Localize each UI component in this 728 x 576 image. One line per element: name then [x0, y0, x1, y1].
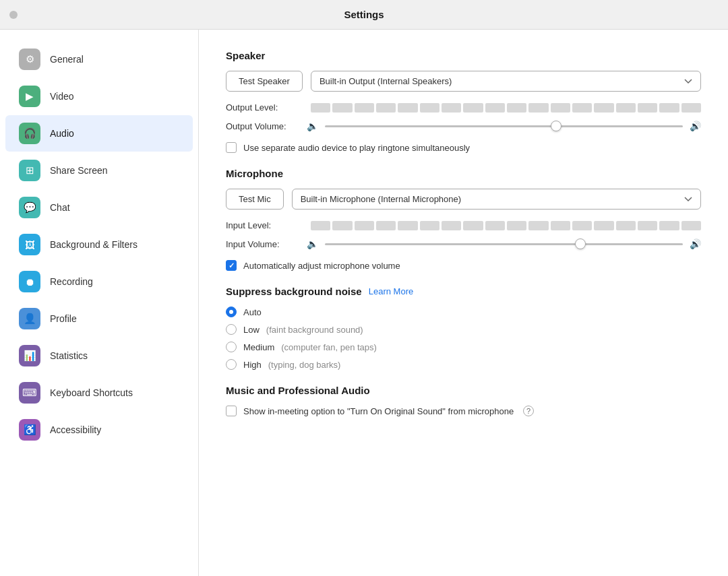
level-bar-3 — [376, 103, 396, 113]
input-volume-row: Input Volume: 🔈 🔊 — [226, 238, 701, 249]
input-level-row: Input Level: — [226, 220, 701, 230]
radio-high[interactable]: High (typing, dog barks) — [226, 359, 701, 370]
sidebar-label-chat: Chat — [50, 202, 70, 213]
sidebar-item-video[interactable]: ▶ Video — [5, 78, 193, 115]
test-mic-button[interactable]: Test Mic — [226, 189, 284, 210]
mic-device-row: Test Mic Built-in Microphone (Internal M… — [226, 189, 701, 210]
sidebar-item-keyboard[interactable]: ⌨ Keyboard Shortcuts — [5, 375, 193, 411]
radio-desc-medium: (computer fan, pen taps) — [281, 342, 377, 352]
keyboard-icon: ⌨ — [19, 382, 40, 404]
level-bar-0 — [311, 221, 330, 230]
level-bar-9 — [507, 221, 526, 230]
radio-circle-low — [226, 324, 237, 335]
radio-label-high: High — [243, 360, 262, 370]
output-level-label: Output Level: — [226, 102, 300, 113]
separate-audio-row: Use separate audio device to play ringto… — [226, 142, 701, 153]
sidebar-label-video: Video — [50, 91, 74, 102]
video-icon: ▶ — [19, 86, 40, 107]
sidebar-label-background: Background & Filters — [50, 239, 138, 250]
sidebar-item-statistics[interactable]: 📊 Statistics — [5, 338, 193, 374]
auto-adjust-checkbox[interactable] — [226, 260, 237, 271]
radio-circle-high — [226, 359, 237, 370]
input-volume-slider-container — [325, 243, 683, 245]
sidebar-item-share-screen[interactable]: ⊞ Share Screen — [5, 152, 193, 189]
sidebar-label-accessibility: Accessibility — [50, 424, 101, 435]
sidebar-label-recording: Recording — [50, 276, 93, 287]
traffic-light-close[interactable] — [9, 11, 18, 19]
level-bar-10 — [528, 221, 548, 230]
level-bar-12 — [572, 221, 592, 230]
original-sound-checkbox[interactable] — [226, 406, 237, 416]
sidebar-label-general: General — [50, 54, 84, 65]
level-bar-5 — [420, 221, 439, 230]
sidebar-label-profile: Profile — [50, 313, 77, 324]
speaker-device-select[interactable]: Built-in Output (Internal Speakers) — [311, 71, 701, 92]
music-title: Music and Professional Audio — [226, 385, 701, 396]
level-bar-9 — [507, 103, 526, 113]
sidebar-label-share-screen: Share Screen — [50, 165, 108, 176]
level-bar-8 — [485, 221, 505, 230]
sidebar-item-chat[interactable]: 💬 Chat — [5, 189, 193, 226]
suppress-title: Suppress background noise — [226, 286, 362, 297]
level-bar-15 — [638, 221, 657, 230]
profile-icon: 👤 — [19, 308, 40, 329]
level-bar-16 — [659, 103, 679, 113]
suppress-header: Suppress background noise Learn More — [226, 286, 701, 297]
level-bar-17 — [681, 103, 701, 113]
level-bar-15 — [638, 103, 657, 113]
radio-desc-low: (faint background sound) — [266, 325, 363, 335]
learn-more-link[interactable]: Learn More — [369, 286, 413, 296]
output-level-bars — [311, 103, 701, 113]
input-level-label: Input Level: — [226, 220, 300, 230]
radio-auto[interactable]: Auto — [226, 307, 701, 317]
auto-adjust-label: Automatically adjust microphone volume — [243, 261, 400, 271]
speaker-title: Speaker — [226, 50, 701, 61]
statistics-icon: 📊 — [19, 345, 40, 366]
volume-min-icon: 🔈 — [307, 121, 318, 131]
radio-label-medium: Medium — [243, 342, 274, 352]
level-bar-5 — [420, 103, 439, 113]
level-bar-11 — [551, 103, 570, 113]
output-volume-slider[interactable] — [325, 125, 683, 127]
microphone-title: Microphone — [226, 168, 701, 179]
sidebar-item-recording[interactable]: ⏺ Recording — [5, 263, 193, 300]
accessibility-icon: ♿ — [19, 419, 40, 441]
level-bar-13 — [594, 221, 613, 230]
sidebar-item-audio[interactable]: 🎧 Audio — [5, 115, 193, 152]
radio-label-auto: Auto — [243, 307, 262, 317]
sidebar-item-general[interactable]: ⚙ General — [5, 41, 193, 77]
sidebar-label-statistics: Statistics — [50, 350, 88, 361]
chat-icon: 💬 — [19, 197, 40, 218]
radio-circle-medium — [226, 342, 237, 352]
input-volume-slider[interactable] — [325, 243, 683, 245]
level-bar-4 — [398, 221, 417, 230]
mic-device-select[interactable]: Built-in Microphone (Internal Microphone… — [292, 189, 701, 210]
sidebar-item-background[interactable]: 🖼 Background & Filters — [5, 226, 193, 263]
original-sound-label: Show in-meeting option to "Turn On Origi… — [243, 406, 514, 416]
background-icon: 🖼 — [19, 234, 40, 255]
level-bar-10 — [528, 103, 548, 113]
radio-circle-auto — [226, 307, 237, 317]
radio-low[interactable]: Low (faint background sound) — [226, 324, 701, 335]
speaker-device-row: Test Speaker Built-in Output (Internal S… — [226, 71, 701, 92]
share-screen-icon: ⊞ — [19, 160, 40, 181]
radio-medium[interactable]: Medium (computer fan, pen taps) — [226, 342, 701, 352]
level-bar-7 — [463, 103, 483, 113]
input-volume-min-icon: 🔈 — [307, 238, 318, 249]
level-bar-11 — [551, 221, 570, 230]
sidebar: ⚙ General ▶ Video 🎧 Audio ⊞ Share Screen… — [0, 30, 199, 576]
output-volume-row: Output Volume: 🔈 🔊 — [226, 121, 701, 131]
sidebar-item-profile[interactable]: 👤 Profile — [5, 300, 193, 337]
volume-max-icon: 🔊 — [690, 121, 701, 131]
separate-audio-checkbox[interactable] — [226, 142, 237, 153]
general-icon: ⚙ — [19, 49, 40, 70]
level-bar-4 — [398, 103, 417, 113]
content-panel: Speaker Test Speaker Built-in Output (In… — [199, 30, 728, 576]
audio-icon: 🎧 — [19, 123, 40, 144]
sidebar-item-accessibility[interactable]: ♿ Accessibility — [5, 412, 193, 448]
original-sound-row: Show in-meeting option to "Turn On Origi… — [226, 406, 701, 416]
level-bar-12 — [572, 103, 592, 113]
help-icon[interactable]: ? — [523, 406, 534, 416]
test-speaker-button[interactable]: Test Speaker — [226, 71, 303, 92]
output-volume-label: Output Volume: — [226, 121, 300, 131]
